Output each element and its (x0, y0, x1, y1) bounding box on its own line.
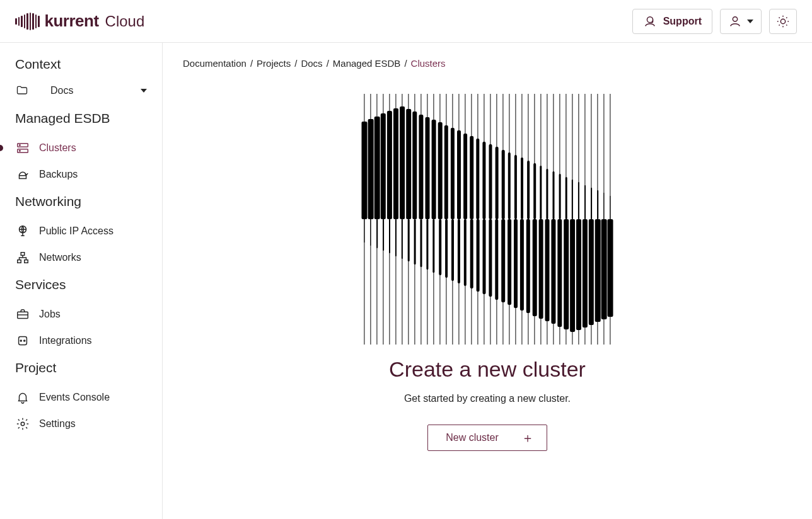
gear-icon (15, 417, 30, 431)
briefcase-icon (15, 307, 30, 321)
breadcrumb-sep: / (250, 58, 253, 69)
svg-rect-9 (18, 260, 21, 263)
context-picker[interactable]: Docs (0, 81, 162, 102)
empty-state-subtitle: Get started by creating a new cluster. (404, 393, 571, 404)
sidebar-item-settings[interactable]: Settings (0, 411, 162, 437)
sidebar-item-events-console[interactable]: Events Console (0, 384, 162, 411)
brand-name: kurrent (45, 11, 99, 31)
sidebar-item-label: Clusters (39, 142, 76, 154)
empty-state: Create a new cluster Get started by crea… (183, 69, 792, 504)
chevron-down-icon (141, 89, 147, 93)
breadcrumb-sep: / (327, 58, 329, 69)
sidebar-item-label: Networks (39, 252, 81, 263)
new-cluster-button[interactable]: New cluster ＋ (427, 425, 547, 451)
sidebar-item-label: Integrations (39, 335, 92, 346)
plug-icon (15, 334, 30, 348)
hero-graphic (363, 94, 612, 345)
chevron-down-icon (747, 20, 753, 23)
sidebar-item-public-ip[interactable]: Public IP Access (0, 218, 162, 244)
headset-icon (643, 14, 657, 28)
sidebar-item-networks[interactable]: Networks (0, 244, 162, 271)
section-title-project: Project (0, 360, 162, 375)
logo-bars-icon (15, 13, 40, 30)
support-label: Support (663, 16, 702, 27)
sidebar-item-label: Backups (39, 169, 78, 180)
plus-icon: ＋ (521, 431, 534, 444)
svg-point-1 (733, 16, 737, 21)
context-heading: Context (0, 57, 162, 72)
breadcrumb-item[interactable]: Docs (301, 58, 322, 69)
svg-point-14 (24, 340, 25, 341)
svg-point-0 (647, 16, 652, 22)
new-cluster-label: New cluster (446, 432, 499, 443)
sidebar-item-label: Settings (39, 418, 76, 430)
theme-toggle-button[interactable] (769, 9, 797, 34)
breadcrumb-sep: / (404, 58, 407, 69)
context-value: Docs (40, 85, 129, 96)
breadcrumb: Documentation / Projects / Docs / Manage… (183, 58, 792, 69)
section-title-networking: Networking (0, 194, 162, 209)
topbar: kurrent Cloud Support (0, 0, 812, 43)
breadcrumb-item[interactable]: Managed ESDB (333, 58, 401, 69)
svg-point-5 (20, 145, 20, 145)
svg-rect-8 (21, 253, 25, 256)
sidebar-item-integrations[interactable]: Integrations (0, 328, 162, 354)
breadcrumb-item-current: Clusters (411, 58, 446, 69)
sidebar-item-label: Public IP Access (39, 225, 113, 237)
main-content: Documentation / Projects / Docs / Manage… (163, 43, 812, 519)
account-menu-button[interactable] (720, 9, 762, 34)
svg-point-2 (780, 19, 785, 23)
support-button[interactable]: Support (632, 9, 712, 34)
topbar-actions: Support (632, 9, 797, 34)
sidebar-item-backups[interactable]: Backups (0, 161, 162, 188)
server-icon (15, 141, 30, 155)
sidebar-item-jobs[interactable]: Jobs (0, 301, 162, 328)
user-icon (728, 14, 742, 28)
globe-icon (15, 224, 30, 238)
backup-icon (15, 168, 30, 181)
sidebar-item-label: Jobs (39, 309, 61, 320)
section-title-services: Services (0, 277, 162, 292)
sidebar-item-clusters[interactable]: Clusters (0, 135, 162, 161)
bell-icon (15, 391, 30, 404)
svg-point-13 (20, 340, 21, 341)
folder-icon (15, 84, 29, 97)
network-icon (15, 251, 30, 265)
brand-logo[interactable]: kurrent Cloud (15, 11, 144, 31)
sidebar: Context Docs Managed ESDB Clusters Backu… (0, 43, 163, 519)
sidebar-item-label: Events Console (39, 392, 110, 403)
breadcrumb-sep: / (294, 58, 297, 69)
section-title-managed-esdb: Managed ESDB (0, 111, 162, 126)
breadcrumb-item[interactable]: Projects (257, 58, 291, 69)
svg-point-15 (21, 422, 25, 426)
svg-rect-10 (25, 260, 28, 263)
empty-state-title: Create a new cluster (389, 357, 586, 382)
breadcrumb-item[interactable]: Documentation (183, 58, 246, 69)
sun-icon (776, 14, 790, 28)
brand-sub: Cloud (105, 13, 145, 30)
svg-point-6 (20, 151, 20, 151)
